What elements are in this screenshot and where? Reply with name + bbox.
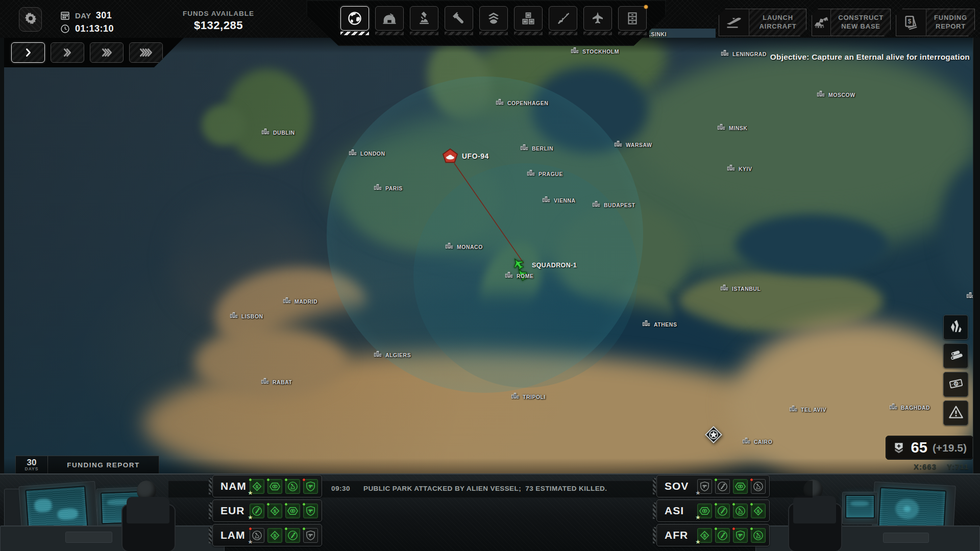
- city-icon: [527, 169, 536, 176]
- time-speed-bar: [4, 38, 184, 67]
- city-label: ISTANBUL: [732, 286, 761, 292]
- geoscape-screen: UFO-94 SQUADRON-1 Objective: Capture an …: [0, 0, 980, 551]
- city-label: LONDON: [360, 151, 385, 157]
- region-row-eur[interactable]: EUR★$: [212, 499, 322, 522]
- construct-new-base-button[interactable]: CONSTRUCTNEW BASE: [812, 9, 891, 36]
- city-label: TRIPOLI: [523, 394, 546, 400]
- terrain-blob: [638, 51, 980, 214]
- city-icon: [717, 123, 726, 130]
- city-icon: [742, 437, 751, 444]
- tab-stripe: [375, 32, 404, 35]
- calendar-icon: [60, 10, 70, 21]
- region-slot-intel: ★: [697, 504, 712, 518]
- settings-button[interactable]: [19, 7, 42, 32]
- base-icon: [375, 6, 404, 31]
- region-slot-intel: [733, 479, 748, 494]
- base-marker[interactable]: [704, 425, 723, 444]
- tab-engineering[interactable]: [445, 6, 473, 35]
- banknote-icon: $: [948, 375, 964, 394]
- tab-stripe: [445, 32, 473, 35]
- chevron-icon: [65, 48, 70, 57]
- region-slot-engineering: [715, 504, 730, 518]
- tab-archive[interactable]: [618, 6, 647, 35]
- city-icon: [542, 196, 551, 203]
- city-label: BERLIN: [532, 145, 553, 152]
- base-star-icon: [704, 437, 723, 446]
- tab-geoscape[interactable]: [340, 6, 369, 35]
- launch-aircraft-button[interactable]: LAUNCHAIRCRAFT: [719, 9, 806, 36]
- region-row-lam[interactable]: LAM★$: [212, 524, 322, 546]
- city-label: MINSK: [729, 125, 747, 131]
- city-label: TEL AVIV: [801, 407, 826, 413]
- squadron-marker[interactable]: SQUADRON-1: [511, 257, 552, 288]
- city-label: BAGHDAD: [901, 405, 930, 411]
- funds-label: FUNDS AVAILABLE: [152, 10, 285, 17]
- gear-icon: [23, 11, 38, 28]
- region-name: AFR: [665, 529, 688, 541]
- city-label: WARSAW: [626, 142, 652, 148]
- city-marker: RABAT: [261, 378, 292, 385]
- speed-4-button[interactable]: [129, 42, 163, 63]
- city-marker: PARIS: [374, 184, 403, 191]
- score-value: 65: [911, 439, 927, 456]
- coord-x: X:663: [914, 462, 937, 471]
- notification-dot: [644, 5, 648, 9]
- crystals-button[interactable]: [943, 315, 968, 340]
- region-slot-engineering: [285, 528, 300, 543]
- region-row-asi[interactable]: ASI★$: [656, 499, 770, 522]
- speed-2-button[interactable]: [51, 42, 84, 63]
- money-stack-icon: $: [896, 9, 926, 36]
- region-row-sov[interactable]: SOV★: [656, 475, 770, 497]
- tab-stripe: [514, 32, 543, 35]
- speed-1-button[interactable]: [11, 42, 45, 63]
- status-dot: [284, 478, 288, 482]
- alloys-button[interactable]: [943, 343, 968, 368]
- region-slots: $★: [250, 479, 318, 494]
- score-delta: (+19.5): [933, 442, 967, 454]
- world-map[interactable]: UFO-94 SQUADRON-1 Objective: Capture an …: [0, 0, 980, 473]
- city-marker: DUBLIN: [261, 128, 295, 136]
- region-panel-right: SOV★ASI★$AFR$★: [656, 475, 770, 546]
- status-dot: [266, 503, 270, 506]
- city-icon: [571, 47, 580, 54]
- region-row-afr[interactable]: AFR$★: [656, 524, 770, 546]
- microscope-icon: [410, 6, 438, 31]
- tab-aircraft[interactable]: [583, 6, 612, 35]
- region-name: NAM: [220, 480, 247, 492]
- city-icon: [520, 144, 529, 151]
- city-label: COPENHAGEN: [507, 100, 548, 106]
- speed-3-button[interactable]: [90, 42, 124, 63]
- region-slot-funding: $: [267, 504, 282, 518]
- city-icon: [511, 392, 520, 399]
- tab-stores[interactable]: [514, 6, 543, 35]
- time-value: 01:13:10: [75, 23, 114, 34]
- tab-bases[interactable]: [375, 6, 404, 35]
- status-dot: [732, 527, 736, 531]
- wrench-icon: [445, 6, 473, 31]
- funding-report-button[interactable]: $FUNDINGREPORT: [896, 9, 975, 36]
- alerts-button[interactable]: [943, 400, 968, 425]
- city-label: MOSCOW: [828, 92, 855, 98]
- region-slot-engineering: [715, 479, 730, 494]
- cursor-coordinates: X:663 Y:711: [914, 462, 969, 471]
- region-slot-research: [751, 479, 766, 494]
- city-label: DUBLIN: [273, 130, 295, 136]
- tab-armory[interactable]: [549, 6, 577, 35]
- region-row-nam[interactable]: NAM$★: [212, 475, 322, 497]
- tab-research[interactable]: [410, 6, 438, 35]
- city-icon: [889, 403, 898, 410]
- tab-personnel[interactable]: [479, 6, 508, 35]
- status-dot: [750, 527, 753, 531]
- cash-button[interactable]: $: [943, 372, 968, 397]
- city-marker: MOSCOW: [817, 90, 855, 98]
- score-badge: 65 (+19.5): [886, 436, 973, 460]
- region-slots: ★$: [250, 528, 318, 543]
- region-slot-funding: $★: [250, 479, 264, 494]
- region-slot-research: [751, 528, 766, 543]
- ufo-marker[interactable]: UFO-94: [442, 148, 459, 167]
- city-label: RABAT: [273, 379, 292, 385]
- svg-text:$: $: [703, 532, 706, 538]
- map-frame-left: [0, 38, 4, 473]
- city-label: MONACO: [457, 244, 483, 250]
- svg-text:$: $: [274, 532, 277, 538]
